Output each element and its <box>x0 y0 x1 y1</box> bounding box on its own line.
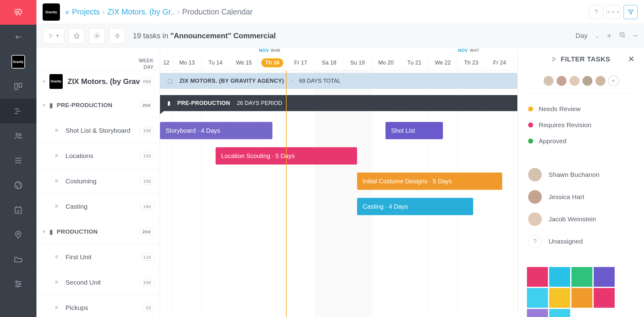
avatar[interactable] <box>543 75 554 86</box>
day-column-header[interactable]: Th 16 <box>258 56 287 70</box>
task-row[interactable]: ≡ Costuming 10d <box>36 169 160 194</box>
rail-boards-icon[interactable] <box>0 74 36 99</box>
rail-calendar-icon[interactable] <box>0 198 36 222</box>
color-swatch[interactable] <box>594 267 615 287</box>
day-column-header[interactable]: Sa 18 <box>315 56 343 70</box>
day-column-header[interactable]: Fr 24 <box>486 56 514 70</box>
folder-icon: ▮ <box>49 102 53 109</box>
collapse-button[interactable] <box>109 28 125 44</box>
status-filter[interactable]: Requires Revision <box>527 117 635 133</box>
rail-gantt-icon[interactable] <box>0 99 36 123</box>
status-filter[interactable]: Needs Review <box>527 101 635 117</box>
user-filter[interactable]: Jacob Weinstein <box>527 208 635 230</box>
task-count: 19 tasks in "Announcement" Commercial <box>133 31 276 40</box>
close-icon[interactable]: ✕ <box>628 54 635 64</box>
group-row[interactable]: ▼ ▮ PRODUCTION 20d <box>36 219 160 244</box>
avatar <box>528 212 542 226</box>
star-button[interactable] <box>69 28 85 44</box>
task-row[interactable]: ≡ Second Unit 10d <box>36 270 160 295</box>
day-column-header[interactable]: 12 <box>160 56 173 70</box>
duration-badge: 2d <box>142 304 154 311</box>
task-row[interactable]: ≡ First Unit 11d <box>36 244 160 270</box>
bars-icon: ≡ <box>55 152 62 159</box>
color-swatch[interactable] <box>527 267 548 287</box>
more-button[interactable]: ∘∘∘ <box>606 5 621 19</box>
rail-team-icon[interactable] <box>0 123 36 148</box>
add-user-button[interactable]: + <box>608 75 619 86</box>
duration-badge: 11d <box>140 253 154 261</box>
day-column-header[interactable]: Fr 17 <box>287 56 315 70</box>
color-swatch[interactable] <box>571 288 592 308</box>
avatar[interactable] <box>556 75 567 86</box>
status-dot <box>528 139 533 144</box>
day-column-header[interactable]: We 15 <box>230 56 258 70</box>
rail-aperture-icon[interactable] <box>0 173 36 198</box>
user-filter[interactable]: ?Unassigned <box>527 230 635 252</box>
help-button[interactable]: ? <box>589 5 603 19</box>
duration-badge: 69d <box>140 77 154 85</box>
user-filter[interactable]: Shawn Buchanon <box>527 164 635 186</box>
color-swatch[interactable] <box>571 267 592 287</box>
gantt-bar[interactable]: Storyboard · 4 Days <box>160 122 272 139</box>
crumb-root[interactable]: Projects <box>72 7 100 16</box>
color-swatch[interactable] <box>549 309 570 317</box>
day-column-header[interactable]: We 22 <box>429 56 457 70</box>
svg-point-3 <box>16 133 19 136</box>
task-row[interactable]: ≡ Locations 12d <box>36 143 160 169</box>
week-label: NOVW46 <box>259 48 280 53</box>
avatar[interactable] <box>582 75 593 86</box>
rail-back[interactable] <box>0 25 36 49</box>
project-row[interactable]: ▼ Gravity ZIX Motors. (by Gravity 69d <box>36 70 160 93</box>
group-summary-bar[interactable]: ▮PRE-PRODUCTION26 DAYS PERIOD <box>160 95 517 111</box>
rail-list-icon[interactable] <box>0 148 36 173</box>
user-filter[interactable]: Jessica Hart <box>527 186 635 208</box>
day-column-header[interactable]: Su 19 <box>343 56 372 70</box>
color-swatch[interactable] <box>527 309 548 317</box>
day-column-header[interactable]: Th 23 <box>457 56 486 70</box>
avatar[interactable] <box>595 75 606 86</box>
duration-badge: 19d <box>140 202 154 210</box>
day-column-header[interactable]: Mo 20 <box>372 56 400 70</box>
app-logo[interactable] <box>0 0 36 25</box>
bars-icon: ≡ <box>55 254 62 260</box>
list-header: WEEK DAY <box>36 48 160 70</box>
settings-button[interactable] <box>89 28 105 44</box>
rail-project-thumb[interactable]: Gravity <box>0 49 36 74</box>
zoom-reset-icon[interactable] <box>619 31 626 40</box>
rail-sliders-icon[interactable] <box>0 272 36 296</box>
chevron-down-icon: ▼ <box>42 229 46 234</box>
bars-icon: ≡ <box>55 127 62 134</box>
svg-rect-2 <box>19 83 22 87</box>
crumb-project[interactable]: ZIX Motors. (by Gr.. <box>107 7 175 16</box>
color-swatch[interactable] <box>594 288 615 308</box>
color-swatch[interactable] <box>549 288 570 308</box>
zoom-label[interactable]: Day <box>575 32 587 40</box>
group-dropdown-button[interactable]: ▾ <box>43 28 64 44</box>
duration-badge: 20d <box>139 228 154 236</box>
filter-toggle-button[interactable] <box>624 5 638 19</box>
status-filter[interactable]: Approved <box>527 133 635 149</box>
filter-title: FILTER TASKS <box>551 55 610 63</box>
rail-folder-icon[interactable] <box>0 247 36 272</box>
rail-pin-icon[interactable] <box>0 222 36 247</box>
day-column-header[interactable]: Tu 21 <box>400 56 429 70</box>
day-column-header[interactable]: Tu 14 <box>201 56 230 70</box>
day-column-header[interactable]: Mo 13 <box>173 56 201 70</box>
task-row[interactable]: ≡ Shot List & Storyboard 10d <box>36 118 160 143</box>
avatar <box>528 168 542 181</box>
task-row[interactable]: ≡ Pickups 2d <box>36 295 160 317</box>
project-summary-bar[interactable]: ▢ZIX MOTORS. (BY GRAVITY AGENCY)·69 DAYS… <box>160 73 517 89</box>
zoom-dropdown-icon[interactable]: ⌄ <box>594 32 600 40</box>
gantt-bar[interactable]: Casting · 4 Days <box>357 198 473 215</box>
task-row[interactable]: ≡ Casting 19d <box>36 194 160 219</box>
add-icon[interactable]: + <box>607 31 612 41</box>
gantt-bar[interactable]: Initial Costume Designs · 5 Days <box>357 173 502 190</box>
status-dot <box>528 123 533 127</box>
project-thumb[interactable]: Gravity <box>43 3 60 21</box>
color-swatch[interactable] <box>549 267 570 287</box>
avatar[interactable] <box>569 75 580 86</box>
color-swatch[interactable] <box>527 288 548 308</box>
minus-icon[interactable]: − <box>633 31 638 41</box>
group-row[interactable]: ▼ ▮ PRE-PRODUCTION 26d <box>36 93 160 118</box>
gantt-bar[interactable]: Shot List <box>385 122 443 139</box>
